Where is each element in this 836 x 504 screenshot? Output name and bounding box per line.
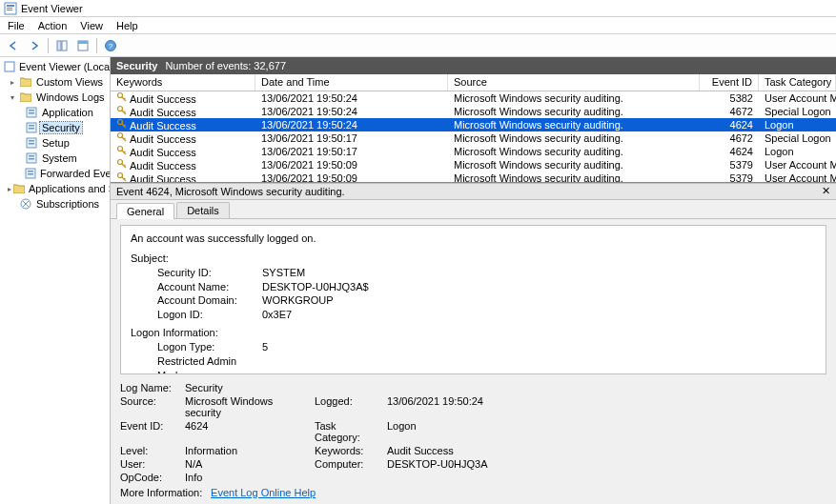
svg-rect-1 <box>7 5 14 7</box>
content-pane: Security Number of events: 32,677 Keywor… <box>111 57 836 504</box>
main-area: Event Viewer (Local) ▸ Custom Views ▾ Wi… <box>0 57 836 504</box>
grid-header-count: Number of events: 32,677 <box>165 60 286 71</box>
tree-custom-views[interactable]: ▸ Custom Views <box>0 74 110 90</box>
close-icon[interactable]: ✕ <box>819 185 832 198</box>
tree-subscriptions[interactable]: Subscriptions <box>0 196 110 212</box>
svg-rect-19 <box>29 143 34 145</box>
event-row[interactable]: Audit Success13/06/2021 19:50:24Microsof… <box>111 118 836 131</box>
logoninfo-section: Logon Information: Logon Type:5 Restrict… <box>131 326 816 374</box>
grid-header-title: Security <box>116 60 157 71</box>
event-row[interactable]: Audit Success13/06/2021 19:50:17Microsof… <box>111 145 836 158</box>
svg-rect-10 <box>5 62 14 71</box>
svg-rect-13 <box>29 112 34 114</box>
log-icon <box>25 136 38 150</box>
col-source[interactable]: Source <box>448 74 700 91</box>
grid-body[interactable]: Audit Success13/06/2021 19:50:24Microsof… <box>111 91 836 183</box>
folder-icon <box>19 91 32 104</box>
more-info-row: More Information: Event Log Online Help <box>120 487 826 498</box>
svg-rect-21 <box>29 155 34 157</box>
menu-view[interactable]: View <box>74 19 109 32</box>
svg-rect-7 <box>78 41 88 44</box>
detail-header: Event 4624, Microsoft Windows security a… <box>111 183 836 200</box>
toolbar-separator <box>96 38 97 53</box>
col-taskcategory[interactable]: Task Category <box>759 74 836 91</box>
app-icon <box>4 2 17 15</box>
forward-button[interactable] <box>25 36 44 55</box>
tree-log-forwarded[interactable]: Forwarded Events <box>0 166 110 181</box>
tab-general[interactable]: General <box>116 203 174 219</box>
toolbar: ? <box>0 34 836 57</box>
event-row[interactable]: Audit Success13/06/2021 19:50:24Microsof… <box>111 91 836 105</box>
svg-text:?: ? <box>109 42 113 50</box>
menu-help[interactable]: Help <box>111 19 144 32</box>
grid-header: Security Number of events: 32,677 <box>111 57 836 74</box>
folder-icon <box>13 182 25 195</box>
key-icon <box>116 91 128 103</box>
col-eventid[interactable]: Event ID <box>700 74 759 91</box>
tree-apps-services[interactable]: ▸ Applications and Services Lo <box>0 181 110 196</box>
subject-section: Subject: Security ID:SYSTEM Account Name… <box>131 252 816 322</box>
show-tree-button[interactable] <box>52 36 71 55</box>
key-icon <box>116 171 128 183</box>
tree-log-application[interactable]: Application <box>0 105 110 120</box>
key-icon <box>116 145 128 156</box>
chevron-right-icon[interactable]: ▸ <box>8 77 17 87</box>
title-bar: Event Viewer <box>0 0 836 17</box>
chevron-down-icon[interactable]: ▾ <box>8 92 17 102</box>
menu-file[interactable]: File <box>2 19 31 32</box>
svg-rect-18 <box>29 140 34 142</box>
tree-windows-logs[interactable]: ▾ Windows Logs <box>0 90 110 105</box>
tree-pane[interactable]: Event Viewer (Local) ▸ Custom Views ▾ Wi… <box>0 57 111 504</box>
chevron-right-icon[interactable]: ▸ <box>8 184 11 193</box>
svg-rect-2 <box>7 8 12 9</box>
key-icon <box>116 118 128 130</box>
event-message-box[interactable]: An account was successfully logged on. S… <box>120 225 826 374</box>
tree-log-setup[interactable]: Setup <box>0 135 110 151</box>
tree-root[interactable]: Event Viewer (Local) <box>0 59 110 74</box>
svg-rect-16 <box>29 128 34 130</box>
detail-body: An account was successfully logged on. S… <box>111 219 836 504</box>
col-datetime[interactable]: Date and Time <box>255 74 448 91</box>
svg-rect-24 <box>28 171 33 172</box>
log-icon <box>25 121 38 134</box>
key-icon <box>116 158 128 170</box>
key-icon <box>116 105 128 116</box>
event-log-online-help-link[interactable]: Event Log Online Help <box>211 487 316 498</box>
col-keywords[interactable]: Keywords <box>111 74 255 91</box>
event-row[interactable]: Audit Success13/06/2021 19:50:24Microsof… <box>111 105 836 118</box>
svg-rect-15 <box>29 125 34 127</box>
log-icon <box>25 167 36 180</box>
event-row[interactable]: Audit Success13/06/2021 19:50:17Microsof… <box>111 131 836 145</box>
tab-details[interactable]: Details <box>176 202 230 218</box>
toolbar-separator <box>48 38 49 53</box>
back-button[interactable] <box>4 36 23 55</box>
tree-log-system[interactable]: System <box>0 151 110 166</box>
properties-button[interactable] <box>73 36 92 55</box>
svg-rect-25 <box>28 173 33 175</box>
subscriptions-icon <box>19 197 32 211</box>
menu-bar: File Action View Help <box>0 17 836 34</box>
folder-icon <box>19 75 32 89</box>
menu-action[interactable]: Action <box>32 19 73 32</box>
svg-rect-5 <box>62 41 67 50</box>
svg-rect-12 <box>29 110 34 111</box>
event-metadata: Log Name:Security Source:Microsoft Windo… <box>120 382 826 483</box>
window-title: Event Viewer <box>21 3 83 14</box>
event-row[interactable]: Audit Success13/06/2021 19:50:09Microsof… <box>111 171 836 183</box>
detail-title: Event 4624, Microsoft Windows security a… <box>116 186 345 197</box>
eventviewer-icon <box>4 60 15 73</box>
log-icon <box>25 106 38 119</box>
svg-rect-3 <box>7 10 12 10</box>
tree-log-security[interactable]: Security <box>0 120 110 135</box>
help-button[interactable]: ? <box>101 36 120 55</box>
log-icon <box>25 151 38 165</box>
svg-rect-4 <box>57 41 61 50</box>
grid-column-headers: Keywords Date and Time Source Event ID T… <box>111 74 836 91</box>
event-row[interactable]: Audit Success13/06/2021 19:50:09Microsof… <box>111 158 836 171</box>
tab-row: General Details <box>111 200 836 219</box>
key-icon <box>116 131 128 143</box>
message-summary: An account was successfully logged on. <box>131 232 816 246</box>
svg-rect-22 <box>29 158 34 160</box>
